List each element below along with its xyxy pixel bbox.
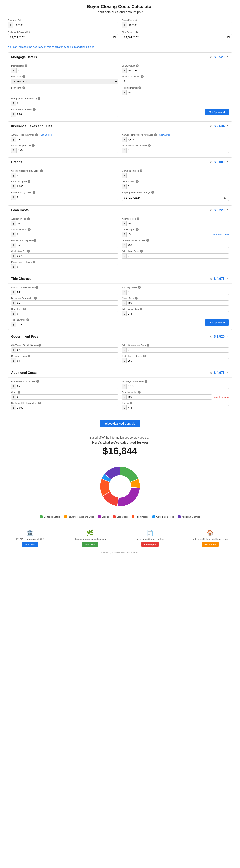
help-icon-title-5[interactable]: ? [140,308,142,310]
help-icon-government-0[interactable]: ? [38,344,41,347]
input-credits-2[interactable] [16,184,118,189]
input-mortgage-4[interactable] [11,90,118,95]
help-icon-government-3[interactable]: ? [143,354,146,358]
toggle-government[interactable]: ∧ [226,334,229,339]
input-mortgage-1[interactable] [127,68,229,73]
hide-controls-button[interactable]: Hide Advanced Controls [100,420,140,427]
promo-button-2[interactable]: Free Report [141,542,159,547]
help-icon-title-1[interactable]: ? [138,286,141,289]
help-icon-title-3[interactable]: ? [135,297,138,300]
input-title-3[interactable] [127,301,229,305]
help-icon-insurance-1[interactable]: ? [154,133,157,136]
input-mortgage-8[interactable] [16,112,118,117]
help-icon-loan-costs-0[interactable]: ? [27,217,30,220]
input-loan-costs-4[interactable] [16,243,118,248]
help-icon-mortgage-0[interactable]: ? [25,64,27,67]
help-icon-additional-3[interactable]: ? [138,391,141,394]
help-icon-mortgage-3[interactable]: ? [141,75,144,78]
get-quotes-link-insurance-0[interactable]: Get Quotes [40,133,52,136]
help-icon-loan-costs-5[interactable]: ? [146,239,149,242]
help-icon-government-1[interactable]: ? [147,344,149,347]
input-loan-costs-8[interactable] [16,265,118,269]
help-icon-loan-costs-7[interactable]: ? [140,250,143,253]
get-approved-button[interactable]: Get Approved [205,319,229,326]
help-icon-loan-costs-3[interactable]: ? [136,228,139,231]
input-additional-5[interactable] [127,405,229,410]
help-icon-loan-costs-4[interactable]: ? [33,239,36,242]
help-icon-title-6[interactable]: ? [26,318,29,321]
help-icon-title-0[interactable]: ? [35,286,38,289]
input-title-4[interactable] [16,311,118,316]
check-credit-link[interactable]: Check Your Credit [211,233,229,236]
input-additional-3[interactable] [127,395,212,399]
help-icon-credits-1[interactable]: ? [140,169,142,172]
help-icon-loan-costs-6[interactable]: ? [27,250,30,253]
help-icon-additional-0[interactable]: ? [36,380,39,383]
help-icon-loan-costs-2[interactable]: ? [28,228,31,231]
promo-button-1[interactable]: Shop Now [82,542,98,547]
input-credits-3[interactable] [127,184,229,189]
input-title-6[interactable] [16,322,118,327]
input-government-1[interactable] [127,347,229,352]
help-icon-credits-0[interactable]: ? [40,169,43,172]
input-loan-costs-6[interactable] [16,254,118,258]
get-approved-button[interactable]: Get Approved [205,109,229,115]
input-credits-1[interactable] [127,173,229,178]
help-icon-credits-5[interactable]: ? [151,191,154,194]
input-government-2[interactable] [16,358,118,363]
first-payment-input[interactable] [122,34,232,40]
input-insurance-1[interactable] [127,137,229,142]
input-mortgage-3[interactable] [122,79,229,84]
input-loan-costs-3[interactable] [127,232,210,237]
date-input-credits-5[interactable] [122,195,229,201]
input-title-1[interactable] [127,290,229,294]
help-icon-mortgage-2[interactable]: ? [22,75,25,78]
help-icon-loan-costs-8[interactable]: ? [33,260,35,264]
input-additional-0[interactable] [16,384,118,389]
input-insurance-0[interactable] [16,137,118,142]
purchase-price-input[interactable] [13,22,118,28]
help-icon-additional-2[interactable]: ? [18,391,21,394]
select-mortgage-2[interactable]: 10 Year Fixed15 Year Fixed20 Year Fixed3… [11,79,118,84]
help-icon-insurance-0[interactable]: ? [35,133,38,136]
input-title-2[interactable] [16,301,118,305]
input-credits-0[interactable] [16,173,118,178]
input-mortgage-5[interactable] [127,90,229,95]
help-icon-mortgage-4[interactable]: ? [22,86,25,89]
help-icon-additional-4[interactable]: ? [38,402,41,404]
input-insurance-2[interactable] [17,148,118,153]
toggle-loan-costs[interactable]: ∧ [226,208,229,213]
input-credits-4[interactable] [16,195,118,200]
input-government-0[interactable] [16,347,118,352]
input-loan-costs-5[interactable] [127,243,229,248]
input-additional-1[interactable] [127,384,229,389]
help-icon-additional-1[interactable]: ? [145,380,147,383]
input-loan-costs-1[interactable] [127,221,229,226]
help-icon-credits-2[interactable]: ? [28,180,30,183]
toggle-mortgage[interactable]: ∧ [226,55,229,59]
input-insurance-3[interactable] [127,148,229,153]
input-mortgage-6[interactable] [16,101,118,106]
get-quotes-link-insurance-1[interactable]: Get Quotes [159,133,171,136]
input-additional-4[interactable] [16,405,118,410]
input-title-5[interactable] [127,311,229,316]
input-government-3[interactable] [127,358,229,363]
input-mortgage-0[interactable] [17,68,118,73]
help-icon-title-4[interactable]: ? [23,308,26,310]
input-loan-costs-2[interactable] [16,232,118,237]
help-icon-insurance-3[interactable]: ? [148,144,151,147]
help-icon-mortgage-8[interactable]: ? [33,108,36,111]
help-icon-mortgage-1[interactable]: ? [136,64,139,67]
help-icon-loan-costs-1[interactable]: ? [137,217,140,220]
help-icon-government-2[interactable]: ? [28,354,30,358]
help-icon-credits-3[interactable]: ? [136,180,139,183]
input-loan-costs-7[interactable] [127,254,229,258]
help-icon-mortgage-6[interactable]: ? [38,97,40,100]
input-title-0[interactable] [16,290,118,294]
promo-button-3[interactable]: Get Started [202,542,218,547]
down-payment-input[interactable] [127,22,232,28]
squash-bugs-link[interactable]: Squash da bugs [213,396,229,398]
toggle-insurance[interactable]: ∧ [226,124,229,128]
closing-date-input[interactable] [8,34,118,40]
help-icon-title-2[interactable]: ? [34,297,37,300]
